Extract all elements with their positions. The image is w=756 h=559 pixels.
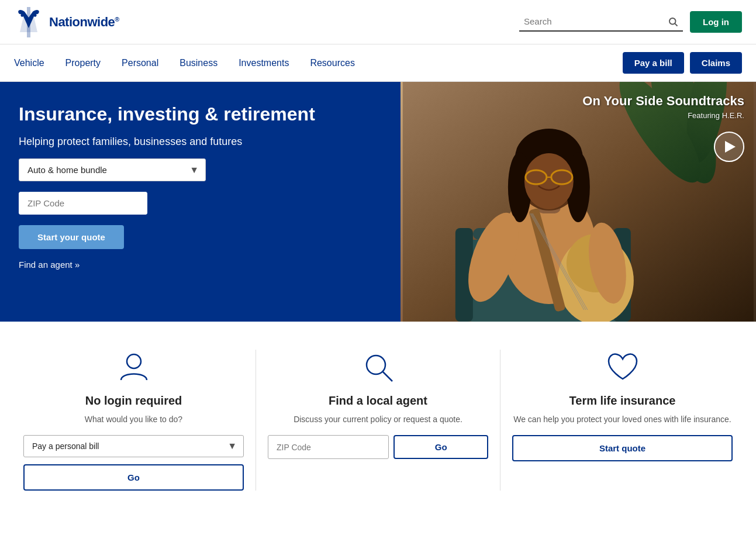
feature-no-login-go-button[interactable]: Go bbox=[23, 464, 244, 491]
feature-term-life: Term life insurance We can help you prot… bbox=[512, 350, 733, 461]
svg-point-31 bbox=[367, 356, 385, 374]
person-icon bbox=[116, 350, 151, 385]
claims-button[interactable]: Claims bbox=[690, 52, 742, 74]
features-divider-1 bbox=[256, 350, 256, 491]
video-overlay-title: On Your Side Soundtracks bbox=[582, 94, 744, 109]
svg-line-3 bbox=[675, 23, 677, 26]
top-header: Nationwide® Log in bbox=[0, 0, 756, 44]
nav-business[interactable]: Business bbox=[179, 58, 218, 68]
hero-section: Insurance, investing & retirement Helpin… bbox=[0, 82, 756, 322]
feature-term-life-desc: We can help you protect your loved ones … bbox=[513, 413, 731, 426]
heart-icon bbox=[605, 350, 640, 385]
search-box bbox=[519, 13, 683, 32]
header-right: Log in bbox=[519, 11, 742, 33]
hero-start-quote-button[interactable]: Start your quote bbox=[19, 225, 124, 249]
nav-property[interactable]: Property bbox=[65, 58, 101, 68]
nav-investments[interactable]: Investments bbox=[239, 58, 289, 68]
nationwide-logo-icon bbox=[14, 6, 43, 38]
feature-no-login-select[interactable]: Pay a personal bill View my policy Get a… bbox=[23, 435, 244, 457]
svg-line-32 bbox=[383, 372, 392, 381]
nav-personal[interactable]: Personal bbox=[122, 58, 158, 68]
search-magnifier-icon bbox=[361, 350, 396, 385]
hero-image: On Your Side Soundtracks Featuring H.E.R… bbox=[401, 82, 756, 322]
svg-point-18 bbox=[524, 153, 574, 209]
video-overlay-subtitle: Featuring H.E.R. bbox=[582, 111, 744, 120]
logo-area: Nationwide® bbox=[14, 6, 119, 38]
pay-bill-button[interactable]: Pay a bill bbox=[623, 52, 684, 74]
feature-find-agent: Find a local agent Discuss your current … bbox=[268, 350, 488, 466]
feature-term-life-title: Term life insurance bbox=[569, 394, 676, 408]
hero-find-agent-link[interactable]: Find an agent » bbox=[19, 260, 382, 270]
nav-vehicle[interactable]: Vehicle bbox=[14, 58, 44, 68]
video-overlay: On Your Side Soundtracks Featuring H.E.R… bbox=[582, 94, 744, 162]
hero-right: On Your Side Soundtracks Featuring H.E.R… bbox=[401, 82, 756, 322]
login-button[interactable]: Log in bbox=[690, 11, 742, 33]
search-icon bbox=[668, 16, 678, 27]
hero-select-wrapper: Auto & home bundle Auto Home Life Pet Bu… bbox=[19, 158, 206, 181]
svg-point-2 bbox=[669, 18, 676, 25]
hero-title: Insurance, investing & retirement bbox=[19, 103, 382, 125]
video-play-button[interactable] bbox=[714, 132, 744, 162]
logo-text: Nationwide® bbox=[49, 15, 119, 30]
feature-find-agent-desc: Discuss your current policy or request a… bbox=[294, 413, 462, 426]
features-section: No login required What would you like to… bbox=[0, 322, 756, 514]
feature-find-agent-title: Find a local agent bbox=[329, 394, 427, 408]
feature-find-agent-zip-input[interactable] bbox=[268, 435, 389, 459]
feature-find-agent-go-button[interactable]: Go bbox=[393, 435, 488, 459]
feature-find-agent-row: Go bbox=[268, 435, 488, 459]
feature-no-login-desc: What would you like to do? bbox=[85, 413, 182, 426]
nav-actions: Pay a bill Claims bbox=[623, 52, 742, 74]
play-triangle-icon bbox=[725, 141, 736, 153]
hero-insurance-type-select[interactable]: Auto & home bundle Auto Home Life Pet Bu… bbox=[19, 158, 206, 181]
main-nav: Vehicle Property Personal Business Inves… bbox=[0, 44, 756, 82]
feature-term-life-start-button[interactable]: Start quote bbox=[512, 435, 733, 461]
features-divider-2 bbox=[500, 350, 500, 491]
nav-links: Vehicle Property Personal Business Inves… bbox=[14, 58, 623, 68]
feature-no-login: No login required What would you like to… bbox=[23, 350, 244, 491]
hero-zip-input[interactable] bbox=[19, 192, 147, 215]
search-input[interactable] bbox=[524, 16, 668, 26]
hero-subtitle: Helping protect families, businesses and… bbox=[19, 136, 382, 148]
feature-no-login-title: No login required bbox=[85, 394, 182, 408]
svg-point-30 bbox=[127, 354, 141, 368]
hero-left: Insurance, investing & retirement Helpin… bbox=[0, 82, 401, 322]
feature-no-login-select-wrapper: Pay a personal bill View my policy Get a… bbox=[23, 435, 244, 457]
svg-rect-1 bbox=[27, 7, 30, 37]
nav-resources[interactable]: Resources bbox=[310, 58, 354, 68]
